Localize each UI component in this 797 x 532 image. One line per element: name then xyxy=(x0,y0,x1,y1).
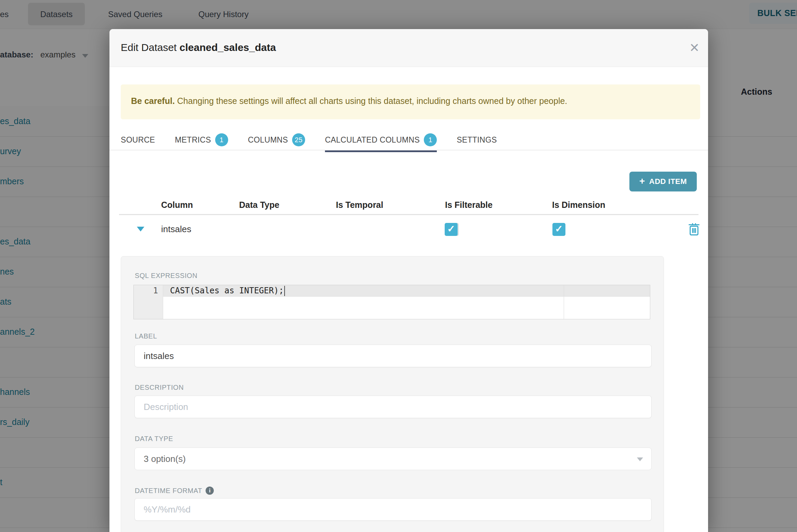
modal-title-dataset-name: cleaned_sales_data xyxy=(180,42,276,53)
screen: es Datasets Saved Queries Query History … xyxy=(0,0,797,532)
is-filterable-checkbox[interactable]: ✓ xyxy=(445,223,458,236)
tab-label: COLUMNS xyxy=(248,135,288,145)
modal-tabs: SOURCE METRICS 1 COLUMNS 25 CALCULATED C… xyxy=(121,130,497,150)
info-icon[interactable]: i xyxy=(206,487,214,495)
collapse-row-icon[interactable] xyxy=(137,227,144,231)
warning-bold: Be careful. xyxy=(131,96,175,106)
column-header-is-temporal: Is Temporal xyxy=(336,200,383,210)
is-dimension-checkbox[interactable]: ✓ xyxy=(552,223,565,236)
add-item-label: ADD ITEM xyxy=(649,177,687,186)
table-header-divider xyxy=(119,214,698,215)
column-header-column: Column xyxy=(161,200,193,210)
datetime-format-input[interactable] xyxy=(134,498,652,521)
editor-line-number: 1 xyxy=(153,286,158,295)
warning-text: Be careful. Changing these settings will… xyxy=(131,96,567,106)
column-header-is-dimension: Is Dimension xyxy=(552,200,605,210)
tab-label: METRICS xyxy=(175,135,211,145)
data-type-select[interactable]: 3 option(s) xyxy=(134,448,652,470)
label-field-label: LABEL xyxy=(135,332,157,340)
editor-print-margin xyxy=(564,285,564,319)
column-header-is-filterable: Is Filterable xyxy=(445,200,493,210)
label-input[interactable] xyxy=(134,345,652,367)
data-type-field-label: DATA TYPE xyxy=(135,435,173,443)
datetime-format-label-row: DATETIME FORMAT i xyxy=(135,487,214,495)
chevron-down-icon xyxy=(637,457,643,461)
tab-count-badge: 25 xyxy=(292,133,305,146)
description-input[interactable] xyxy=(134,396,652,418)
modal-title-prefix: Edit Dataset xyxy=(121,42,180,53)
tab-settings[interactable]: SETTINGS xyxy=(457,130,497,150)
editor-cursor xyxy=(284,286,285,296)
add-item-button[interactable]: + ADD ITEM xyxy=(629,172,697,191)
edit-dataset-modal: Edit Dataset cleaned_sales_data ✕ Be car… xyxy=(109,29,708,532)
tab-metrics[interactable]: METRICS 1 xyxy=(175,130,228,150)
tab-source[interactable]: SOURCE xyxy=(121,130,155,150)
sql-expression-label: SQL EXPRESSION xyxy=(135,272,197,280)
datetime-format-field-label: DATETIME FORMAT xyxy=(135,487,202,495)
tab-label: CALCULATED COLUMNS xyxy=(325,135,420,145)
warning-rest: Changing these settings will affect all … xyxy=(175,96,567,106)
tab-count-badge: 1 xyxy=(215,133,228,146)
warning-banner: Be careful. Changing these settings will… xyxy=(121,84,700,119)
modal-header: Edit Dataset cleaned_sales_data ✕ xyxy=(109,29,708,67)
tab-count-badge: 1 xyxy=(424,133,437,146)
row-column-name: intsales xyxy=(161,224,191,235)
tab-columns[interactable]: COLUMNS 25 xyxy=(248,130,305,150)
data-type-value: 3 option(s) xyxy=(144,454,186,464)
tab-label: SETTINGS xyxy=(457,135,497,145)
description-field-label: DESCRIPTION xyxy=(135,384,184,391)
sql-expression-editor[interactable]: 1 CAST(Sales as INTEGER); xyxy=(133,285,650,319)
editor-code: CAST(Sales as INTEGER); xyxy=(170,286,284,295)
plus-icon: + xyxy=(639,176,645,187)
tabs-divider xyxy=(109,150,708,150)
tab-calculated-columns[interactable]: CALCULATED COLUMNS 1 xyxy=(325,130,437,152)
modal-title: Edit Dataset cleaned_sales_data xyxy=(121,42,276,53)
editor-gutter: 1 xyxy=(134,285,163,319)
close-icon[interactable]: ✕ xyxy=(687,40,702,55)
column-header-data-type: Data Type xyxy=(239,200,279,210)
tab-label: SOURCE xyxy=(121,135,155,145)
delete-row-trash-icon[interactable] xyxy=(688,222,700,236)
